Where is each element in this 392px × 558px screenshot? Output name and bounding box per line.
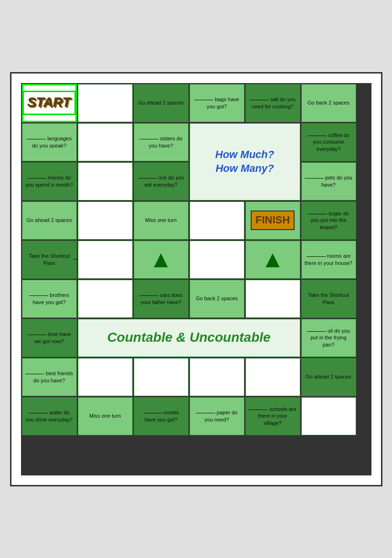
empty-r8c5: [245, 358, 300, 396]
best-friends-label: best friends do you have?: [25, 370, 74, 384]
rooms-cell: rooms are there in your house?: [301, 241, 356, 279]
empty-r9c6: [301, 397, 356, 435]
empty-r8c3: [134, 358, 189, 396]
empty-r4c4: [190, 201, 244, 240]
empty-cell-r4c2: [78, 201, 133, 240]
go-ahead-2-cell-1: Go ahead 2 spaces: [134, 84, 189, 122]
start-label: START: [22, 91, 76, 115]
go-ahead-2-cell-2: Go ahead 2 spaces: [22, 201, 77, 240]
go-ahead-2-label-3: Go ahead 2 spaces: [306, 373, 351, 380]
go-ahead-2-cell-3: Go ahead 2 spaces: [301, 358, 356, 396]
coffee-cell: coffee do you consume everyday?: [301, 123, 356, 161]
take-shortcut-1: Take the Shortcut Pass ——→: [22, 241, 77, 279]
arrow-up-cell-1: ▲: [134, 241, 189, 279]
empty-r8c4: [190, 358, 244, 396]
rooms-label: rooms are there in your house?: [305, 253, 353, 266]
empty-r6c5: [245, 280, 300, 318]
brothers-cell: brothers have you got?: [22, 280, 77, 318]
countable-cell: Countable & Uncountable: [78, 319, 300, 357]
title-cell: How Much? How Many?: [190, 123, 300, 200]
schools-label: schools are there in your village?: [249, 406, 297, 426]
bags-cell: bags have you got?: [190, 84, 244, 122]
miss-one-turn-label-2: Miss one turn: [89, 412, 121, 419]
board-container: START Go ahead 2 spaces bags have you go…: [10, 72, 382, 486]
how-much-label: How Much? How Many?: [215, 148, 274, 175]
money-cell: money do you spend a month?: [22, 162, 77, 200]
coffee-label: coffee do you consume everyday?: [305, 132, 353, 152]
time-label: time have we got now?: [25, 331, 74, 345]
cars-label: cars does your father have?: [137, 292, 185, 305]
go-back-2-label-1: Go back 2 spaces: [307, 99, 350, 106]
rice-label: rice do you eat everyday?: [137, 174, 185, 188]
oil-cell: oil do you put in the frying pan?: [301, 319, 356, 357]
best-friends-cell: best friends do you have?: [22, 358, 77, 396]
sugar-label: sugar do you put into the teapot?: [305, 210, 353, 231]
finish-cell: FINISH: [245, 201, 300, 240]
empty-cell-r2c2: [78, 123, 133, 161]
pets-label: pets do you have?: [305, 174, 353, 188]
start-cell: START: [22, 84, 77, 122]
time-cell: time have we got now?: [22, 319, 77, 357]
go-back-2-cell-1: Go back 2 spaces: [301, 84, 356, 122]
salt-cell: salt do you need for cooking?: [245, 84, 300, 122]
countable-label: Countable & Uncountable: [107, 329, 270, 346]
game-board: START Go ahead 2 spaces bags have you go…: [21, 83, 371, 475]
pets-cell: pets do you have?: [301, 162, 356, 200]
rice-cell: rice do you eat everyday?: [134, 162, 189, 200]
empty-cell-r1c2: [78, 84, 133, 122]
miss-one-turn-2: Miss one turn: [78, 397, 133, 435]
take-shortcut-label-1: Take the Shortcut Pass: [25, 253, 74, 266]
empty-r5c4: [190, 241, 244, 279]
go-back-2-cell-2: Go back 2 spaces: [190, 280, 244, 318]
languages-label: languages do you speak?: [25, 135, 74, 149]
empty-r8c2: [78, 358, 133, 396]
sugar-cell: sugar do you put into the teapot?: [301, 201, 356, 240]
take-shortcut-label-2: Take the Shortcut Pass: [305, 292, 353, 305]
cars-cell: cars does your father have?: [134, 280, 189, 318]
schools-cell: schools are there in your village?: [245, 397, 300, 435]
arrow-up-icon-1: ▲: [149, 244, 173, 275]
money-label: money do you spend a month?: [25, 174, 74, 188]
go-ahead-2-label-1: Go ahead 2 spaces: [138, 99, 183, 106]
empty-r5c2: [78, 241, 133, 279]
miss-one-turn-label-1: Miss one turn: [145, 217, 177, 223]
sisters-cell: sisters do you have?: [134, 123, 189, 161]
salt-label: salt do you need for cooking?: [249, 96, 297, 110]
arrow-up-icon-2: ▲: [261, 244, 285, 275]
go-back-2-label-2: Go back 2 spaces: [196, 295, 238, 302]
empty-r6c2: [78, 280, 133, 318]
empty-cell-r3c2: [78, 162, 133, 200]
paper-label: paper do you need?: [193, 409, 241, 423]
novels-cell: novels have you got?: [134, 397, 189, 435]
water-label: water do you drink everyday?: [25, 409, 74, 423]
take-shortcut-2: Take the Shortcut Pass: [301, 280, 356, 318]
bags-label: bags have you got?: [193, 96, 241, 110]
miss-one-turn-1: Miss one turn: [134, 201, 189, 240]
finish-label: FINISH: [251, 211, 295, 230]
go-ahead-2-label-2: Go ahead 2 spaces: [26, 217, 72, 223]
oil-label: oil do you put in the frying pan?: [305, 327, 353, 348]
sisters-label: sisters do you have?: [137, 135, 185, 149]
paper-cell: paper do you need?: [190, 397, 244, 435]
water-cell: water do you drink everyday?: [22, 397, 77, 435]
languages-cell: languages do you speak?: [22, 123, 77, 161]
brothers-label: brothers have you got?: [25, 292, 74, 305]
arrow-up-cell-2: ▲: [245, 241, 300, 279]
novels-label: novels have you got?: [137, 409, 185, 423]
